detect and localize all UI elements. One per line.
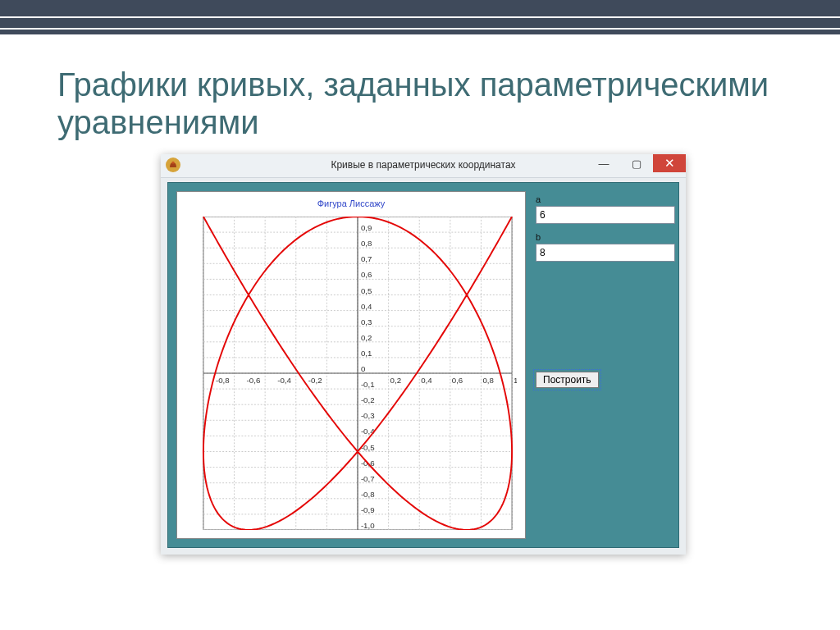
close-button[interactable]: ✕ — [653, 154, 686, 172]
chart-title: Фигура Лиссажу — [177, 199, 525, 208]
build-button[interactable]: Построить — [536, 372, 599, 388]
svg-text:-0,4: -0,4 — [361, 427, 375, 436]
svg-text:0,5: 0,5 — [361, 286, 372, 295]
svg-text:-0,8: -0,8 — [216, 376, 230, 385]
svg-text:0,6: 0,6 — [452, 376, 463, 385]
svg-text:-1,0: -1,0 — [199, 376, 199, 385]
slide-top-decoration — [0, 0, 840, 41]
titlebar[interactable]: Кривые в параметрических координатах — ▢… — [161, 154, 686, 178]
maximize-button[interactable]: ▢ — [620, 154, 653, 172]
label-a: a — [536, 194, 670, 204]
svg-text:-1,0: -1,0 — [361, 521, 375, 530]
slide-title: Графики кривых, заданных параметрическим… — [57, 66, 791, 141]
svg-text:-0,1: -0,1 — [361, 380, 375, 389]
svg-text:-0,6: -0,6 — [247, 376, 261, 385]
svg-text:0,1: 0,1 — [361, 349, 372, 358]
svg-text:0,2: 0,2 — [390, 376, 401, 385]
svg-text:-0,2: -0,2 — [308, 376, 322, 385]
svg-text:-0,4: -0,4 — [277, 376, 291, 385]
svg-text:-0,3: -0,3 — [361, 411, 375, 420]
chart-area: -1,0-0,8-0,6-0,4-0,20,20,40,60,81,0-1,0-… — [199, 217, 517, 530]
helmet-icon — [166, 158, 180, 172]
svg-text:-0,8: -0,8 — [361, 490, 375, 499]
svg-text:0,9: 0,9 — [361, 223, 372, 232]
svg-text:0,2: 0,2 — [361, 333, 372, 342]
svg-text:-0,7: -0,7 — [361, 474, 375, 483]
input-b[interactable] — [536, 244, 675, 262]
svg-text:0,8: 0,8 — [482, 376, 493, 385]
app-window: Кривые в параметрических координатах — ▢… — [161, 154, 686, 555]
svg-text:0,3: 0,3 — [361, 317, 372, 326]
svg-text:0,4: 0,4 — [361, 302, 372, 311]
svg-text:0,8: 0,8 — [361, 239, 372, 248]
svg-text:0,6: 0,6 — [361, 270, 372, 279]
minimize-button[interactable]: — — [587, 154, 620, 172]
svg-text:-0,9: -0,9 — [361, 505, 375, 514]
svg-text:1,0: 1,0 — [514, 376, 517, 385]
svg-text:-0,2: -0,2 — [361, 395, 375, 404]
label-b: b — [536, 232, 670, 242]
svg-text:0: 0 — [361, 364, 366, 373]
svg-text:0,4: 0,4 — [421, 376, 432, 385]
window-body: Фигура Лиссажу -1,0-0,8-0,6-0,4-0,20,20,… — [167, 182, 679, 548]
svg-text:-0,5: -0,5 — [361, 443, 375, 452]
svg-text:0,7: 0,7 — [361, 254, 372, 263]
input-a[interactable] — [536, 206, 675, 224]
chart-panel: Фигура Лиссажу -1,0-0,8-0,6-0,4-0,20,20,… — [176, 191, 526, 539]
